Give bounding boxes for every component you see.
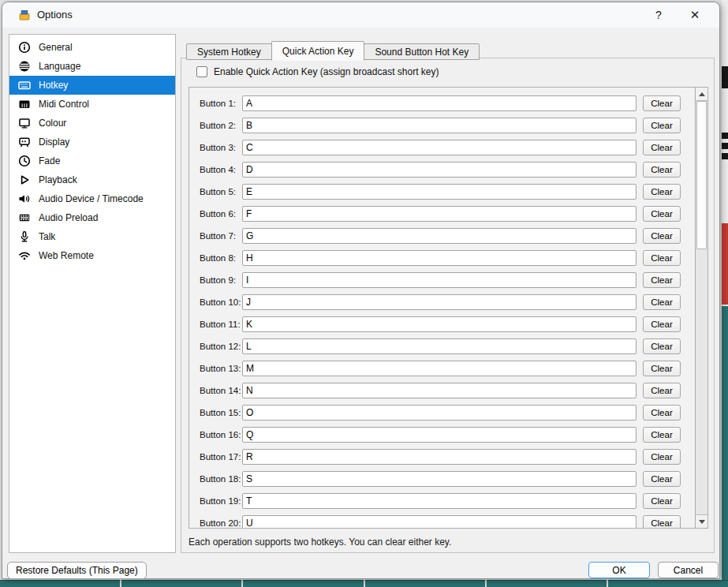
hotkey-row: Button 8:Clear: [189, 247, 695, 269]
filmstrip-icon: [17, 211, 31, 225]
enable-quick-action-label: Enable Quick Action Key (assign broadcas…: [214, 66, 439, 77]
hotkey-row: Button 9:Clear: [189, 269, 695, 291]
hotkey-row: Button 2:Clear: [189, 114, 695, 136]
tab-system-hotkey[interactable]: System Hotkey: [186, 43, 272, 60]
clear-button[interactable]: Clear: [643, 228, 681, 244]
sidebar-item-hotkey[interactable]: Hotkey: [9, 76, 175, 95]
sidebar-item-language[interactable]: Language: [9, 57, 175, 76]
scrollbar[interactable]: [695, 88, 707, 528]
clear-button[interactable]: Clear: [643, 184, 681, 200]
hotkey-row: Button 13:Clear: [189, 357, 695, 379]
hotkey-input[interactable]: [242, 228, 637, 244]
clear-button[interactable]: Clear: [643, 471, 681, 487]
hotkey-input[interactable]: [242, 515, 637, 529]
button-label: Button 2:: [200, 121, 242, 130]
ok-button[interactable]: OK: [588, 562, 650, 578]
hotkey-input[interactable]: [242, 427, 637, 443]
sidebar-item-talk[interactable]: Talk: [9, 227, 175, 246]
sidebar-item-label: Playback: [39, 174, 77, 185]
button-label: Button 4:: [200, 165, 242, 174]
monitor-icon: [17, 117, 31, 130]
hotkey-input[interactable]: [242, 493, 637, 509]
clear-button[interactable]: Clear: [643, 338, 681, 354]
help-button[interactable]: ?: [647, 6, 670, 24]
sidebar-item-fade[interactable]: Fade: [9, 151, 175, 170]
hotkey-input[interactable]: [242, 361, 637, 376]
sidebar-item-web-remote[interactable]: Web Remote: [9, 246, 175, 265]
sidebar-item-audio-preload[interactable]: Audio Preload: [9, 208, 175, 227]
clear-button[interactable]: Clear: [643, 493, 681, 509]
sidebar-item-label: Fade: [39, 155, 60, 166]
scrollbar-up-button[interactable]: [696, 88, 707, 101]
hotkey-input[interactable]: [242, 471, 637, 487]
clear-button[interactable]: Clear: [643, 206, 681, 222]
hotkey-input[interactable]: [242, 449, 637, 465]
quick-action-key-pane: Enable Quick Action Key (assign broadcas…: [181, 58, 715, 553]
clear-button[interactable]: Clear: [643, 449, 681, 465]
hotkey-input[interactable]: [242, 95, 637, 111]
hotkey-input[interactable]: [242, 316, 637, 332]
sidebar-item-playback[interactable]: Playback: [9, 170, 175, 189]
clear-button[interactable]: Clear: [643, 316, 681, 332]
settings-sidebar: GeneralLanguageHotkeyMidi ControlColourD…: [9, 34, 176, 553]
hotkey-row: Button 3:Clear: [189, 136, 695, 159]
button-label: Button 15:: [200, 408, 242, 417]
tab-quick-action-key[interactable]: Quick Action Key: [271, 41, 365, 61]
tab-sound-button-hot-key[interactable]: Sound Button Hot Key: [364, 43, 480, 60]
window-title: Options: [37, 2, 73, 28]
sidebar-item-display[interactable]: Display: [9, 133, 175, 151]
clear-button[interactable]: Clear: [643, 118, 681, 133]
sidebar-item-label: Language: [39, 61, 80, 72]
button-label: Button 14:: [200, 386, 242, 395]
sidebar-item-label: Web Remote: [39, 250, 94, 261]
cancel-button[interactable]: Cancel: [658, 562, 719, 578]
hotkey-input[interactable]: [242, 405, 637, 421]
hotkey-row: Button 7:Clear: [189, 225, 695, 247]
button-label: Button 11:: [200, 320, 242, 329]
scrollbar-down-button[interactable]: [696, 514, 707, 528]
clear-button[interactable]: Clear: [643, 250, 681, 266]
hotkey-input[interactable]: [242, 206, 637, 222]
button-label: Button 3:: [200, 143, 242, 152]
sidebar-item-midi-control[interactable]: Midi Control: [9, 95, 175, 114]
hotkey-input[interactable]: [242, 383, 637, 398]
sidebar-item-label: Audio Device / Timecode: [39, 193, 144, 204]
sidebar-item-audio-device-timecode[interactable]: Audio Device / Timecode: [9, 189, 175, 208]
hotkey-input[interactable]: [242, 162, 637, 178]
enable-quick-action-row: Enable Quick Action Key (assign broadcas…: [196, 66, 439, 77]
clear-button[interactable]: Clear: [643, 427, 681, 443]
sidebar-item-colour[interactable]: Colour: [9, 114, 175, 133]
hotkey-input[interactable]: [242, 338, 637, 354]
clear-button[interactable]: Clear: [643, 405, 681, 421]
app-icon: [18, 9, 31, 21]
clock-icon: [17, 155, 31, 168]
hotkey-input[interactable]: [242, 272, 637, 288]
sidebar-item-label: Hotkey: [39, 80, 68, 91]
restore-defaults-button[interactable]: Restore Defaults (This Page): [7, 562, 147, 579]
enable-quick-action-checkbox[interactable]: [196, 66, 207, 77]
clear-button[interactable]: Clear: [643, 515, 681, 529]
clear-button[interactable]: Clear: [643, 383, 681, 398]
hotkey-input[interactable]: [242, 294, 637, 310]
sidebar-item-label: Talk: [39, 231, 55, 242]
clear-button[interactable]: Clear: [643, 272, 681, 288]
clear-button[interactable]: Clear: [643, 361, 681, 376]
clear-button[interactable]: Clear: [643, 294, 681, 310]
sidebar-item-general[interactable]: General: [9, 38, 175, 57]
background-black-segment: [722, 66, 728, 88]
hotkey-input[interactable]: [242, 140, 637, 155]
button-label: Button 13:: [200, 364, 242, 373]
scrollbar-thumb[interactable]: [696, 101, 707, 249]
hotkey-input[interactable]: [242, 184, 637, 200]
clear-button[interactable]: Clear: [643, 162, 681, 178]
background-app-right-sliver: [722, 0, 728, 587]
clear-button[interactable]: Clear: [643, 95, 681, 111]
hotkey-row: Button 20:Clear: [189, 512, 695, 529]
close-icon[interactable]: ✕: [681, 6, 708, 24]
hotkey-row: Button 10:Clear: [189, 291, 695, 313]
hotkey-row: Button 14:Clear: [189, 379, 695, 402]
hotkey-input[interactable]: [242, 118, 637, 133]
hotkey-row: Button 1:Clear: [189, 92, 695, 114]
hotkey-input[interactable]: [242, 250, 637, 266]
clear-button[interactable]: Clear: [643, 140, 681, 155]
